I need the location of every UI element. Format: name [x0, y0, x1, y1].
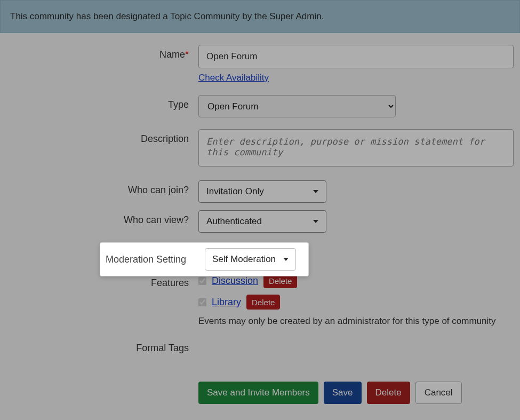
caret-down-icon	[283, 258, 289, 261]
info-banner: This community has been designated a Top…	[0, 0, 520, 33]
discussion-checkbox[interactable]	[198, 277, 206, 285]
cancel-button[interactable]: Cancel	[415, 382, 462, 404]
feature-library: Library Delete	[198, 295, 514, 310]
moderation-label: Moderation Setting	[100, 254, 192, 265]
row-name: Name* Check Availability	[6, 45, 514, 83]
library-checkbox[interactable]	[198, 298, 206, 306]
required-asterisk: *	[185, 49, 189, 60]
delete-button[interactable]: Delete	[367, 382, 410, 404]
row-features: Features Discussion Delete Library Delet…	[6, 273, 514, 327]
description-label: Description	[6, 129, 198, 145]
library-link[interactable]: Library	[212, 297, 241, 308]
banner-text: This community has been designated a Top…	[10, 11, 324, 21]
row-actions: Save and Invite Members Save Delete Canc…	[6, 375, 514, 404]
row-who-join: Who can join? Invitation Only	[6, 180, 514, 203]
who-join-dropdown[interactable]: Invitation Only	[198, 180, 326, 203]
moderation-value: Self Moderation	[212, 254, 276, 265]
row-description: Description	[6, 129, 514, 169]
who-join-label: Who can join?	[6, 180, 198, 196]
formal-tags-label: Formal Tags	[6, 338, 198, 354]
save-invite-button[interactable]: Save and Invite Members	[198, 382, 318, 404]
type-select[interactable]: Open Forum	[198, 95, 396, 117]
who-view-label: Who can view?	[6, 210, 198, 226]
description-textarea[interactable]	[198, 129, 514, 167]
library-delete-button[interactable]: Delete	[246, 295, 280, 310]
caret-down-icon	[313, 190, 318, 193]
name-input[interactable]	[198, 45, 514, 68]
caret-down-icon	[313, 220, 318, 223]
name-label: Name*	[6, 45, 198, 60]
who-join-value: Invitation Only	[206, 186, 264, 197]
moderation-dropdown[interactable]: Self Moderation	[205, 248, 296, 271]
discussion-link[interactable]: Discussion	[212, 275, 258, 287]
moderation-highlight: Moderation Setting Self Moderation	[100, 243, 308, 276]
community-form: Name* Check Availability Type Open Forum…	[0, 45, 520, 420]
row-who-view: Who can view? Authenticated	[6, 210, 514, 233]
check-availability-link[interactable]: Check Availability	[198, 73, 269, 83]
row-type: Type Open Forum	[6, 95, 514, 117]
who-view-value: Authenticated	[206, 216, 262, 227]
type-label: Type	[6, 95, 198, 110]
features-note: Events may only be created by an adminis…	[198, 316, 514, 327]
save-button[interactable]: Save	[324, 382, 362, 404]
who-view-dropdown[interactable]: Authenticated	[198, 210, 326, 233]
row-formal-tags: Formal Tags	[6, 338, 514, 354]
